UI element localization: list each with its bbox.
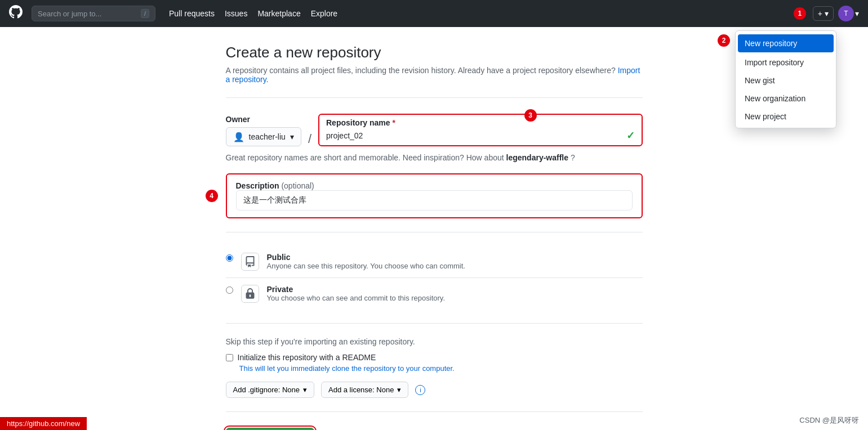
status-url: https://github.com/new <box>7 419 80 428</box>
description-box: Description (optional) <box>226 173 643 218</box>
nav-explore[interactable]: Explore <box>311 9 337 18</box>
main-content: Create a new repository A repository con… <box>215 44 654 430</box>
divider-2 <box>226 232 643 232</box>
public-radio[interactable] <box>226 254 233 262</box>
readme-checkbox[interactable] <box>226 354 233 361</box>
annotation-4: 4 <box>206 190 218 202</box>
private-text: Private You choose who can see and commi… <box>267 285 446 302</box>
owner-label: Owner <box>226 115 301 124</box>
public-option: Public Anyone can see this repository. Y… <box>226 246 643 278</box>
create-dropdown-menu: 2 New repository Import repository New g… <box>735 30 836 128</box>
owner-repo-section: 3 Owner 👤 teacher-liu ▾ / Repository nam… <box>226 114 643 162</box>
repo-name-label: Repository name <box>326 118 390 127</box>
description-optional-text: (optional) <box>281 181 314 190</box>
repo-name-input[interactable] <box>326 131 622 140</box>
annotation-1: 1 <box>794 7 806 20</box>
divider-3 <box>226 323 643 324</box>
dropdown-new-repository[interactable]: New repository <box>738 34 834 52</box>
page-subtitle: A repository contains all project files,… <box>226 66 643 84</box>
repo-name-input-row: ✓ <box>319 127 642 145</box>
private-radio[interactable] <box>226 286 233 294</box>
create-repository-button[interactable]: Create repository <box>226 428 315 430</box>
divider-4 <box>226 411 643 412</box>
license-caret-icon: ▾ <box>397 386 401 394</box>
owner-block: Owner 👤 teacher-liu ▾ <box>226 115 301 146</box>
repo-name-box: Repository name * ✓ <box>318 114 643 146</box>
private-icon <box>241 285 259 303</box>
owner-select[interactable]: 👤 teacher-liu ▾ <box>226 127 301 146</box>
search-placeholder: Search or jump to... <box>38 10 101 18</box>
nav-marketplace[interactable]: Marketplace <box>257 9 300 18</box>
description-section: 4 Description (optional) <box>226 173 643 218</box>
divider-1 <box>226 97 643 98</box>
license-select[interactable]: Add a license: None ▾ <box>321 382 408 398</box>
readme-sublabel: This will let you immediately clone the … <box>239 364 643 373</box>
annotation-2: 2 <box>718 34 730 47</box>
repo-name-hint: Great repository names are short and mem… <box>226 153 643 162</box>
gitignore-label: Add .gitignore: None <box>233 386 300 394</box>
create-section: 5 Create repository <box>226 428 643 430</box>
visibility-section: Public Anyone can see this repository. Y… <box>226 246 643 310</box>
description-input[interactable] <box>236 190 633 210</box>
nav-issues[interactable]: Issues <box>225 9 247 18</box>
dropdown-import-repository[interactable]: Import repository <box>736 53 836 71</box>
gitignore-select[interactable]: Add .gitignore: None ▾ <box>226 382 315 398</box>
plus-icon: + <box>818 9 822 18</box>
valid-check-icon: ✓ <box>626 129 635 142</box>
slash-key: / <box>141 9 149 18</box>
caret-icon: ▾ <box>825 9 829 18</box>
dropdown-new-organization[interactable]: New organization <box>736 89 836 107</box>
suggested-name: legendary-waffle <box>506 153 568 162</box>
public-icon <box>241 253 259 271</box>
avatar: T <box>838 6 854 21</box>
description-label-text: Description <box>236 181 279 190</box>
path-slash: / <box>306 132 314 146</box>
initialize-section: Skip this step if you're importing an ex… <box>226 337 643 373</box>
status-bar: https://github.com/new <box>0 417 87 430</box>
private-desc: You choose who can see and commit to thi… <box>267 294 446 302</box>
search-bar[interactable]: Search or jump to... / <box>32 6 155 21</box>
import-note: Skip this step if you're importing an ex… <box>226 337 643 346</box>
owner-caret-icon: ▾ <box>290 132 294 141</box>
dropdown-new-gist[interactable]: New gist <box>736 71 836 89</box>
info-icon[interactable]: i <box>415 385 425 395</box>
public-desc: Anyone can see this repository. You choo… <box>267 262 465 270</box>
github-logo-icon[interactable] <box>9 5 23 22</box>
owner-value: teacher-liu <box>249 132 286 141</box>
avatar-caret-icon: ▾ <box>855 9 859 18</box>
navbar: Search or jump to... / Pull requests Iss… <box>0 0 868 27</box>
readme-row: Initialize this repository with a README <box>226 353 643 362</box>
nav-links: Pull requests Issues Marketplace Explore <box>169 9 337 18</box>
user-menu-button[interactable]: T ▾ <box>838 6 859 21</box>
nav-pull-requests[interactable]: Pull requests <box>169 9 215 18</box>
annotation-3: 3 <box>524 109 537 122</box>
gitignore-caret-icon: ▾ <box>303 386 307 394</box>
license-label: Add a license: None <box>328 386 394 394</box>
public-label: Public <box>267 253 465 262</box>
create-new-button[interactable]: + ▾ <box>813 6 834 21</box>
owner-repo-row: Owner 👤 teacher-liu ▾ / Repository name … <box>226 114 643 146</box>
required-star: * <box>392 118 395 127</box>
navbar-right: 1 + ▾ T ▾ 2 New repository Import reposi… <box>794 6 859 21</box>
description-label: Description (optional) <box>236 181 633 190</box>
page-title: Create a new repository <box>226 44 643 61</box>
dropdown-new-project[interactable]: New project <box>736 107 836 126</box>
private-label: Private <box>267 285 446 294</box>
owner-avatar-icon: 👤 <box>233 132 244 142</box>
select-row: Add .gitignore: None ▾ Add a license: No… <box>226 382 643 398</box>
public-text: Public Anyone can see this repository. Y… <box>267 253 465 270</box>
private-option: Private You choose who can see and commi… <box>226 278 643 310</box>
watermark: CSDN @是风呀呀 <box>799 415 859 425</box>
readme-label: Initialize this repository with a README <box>238 353 376 362</box>
